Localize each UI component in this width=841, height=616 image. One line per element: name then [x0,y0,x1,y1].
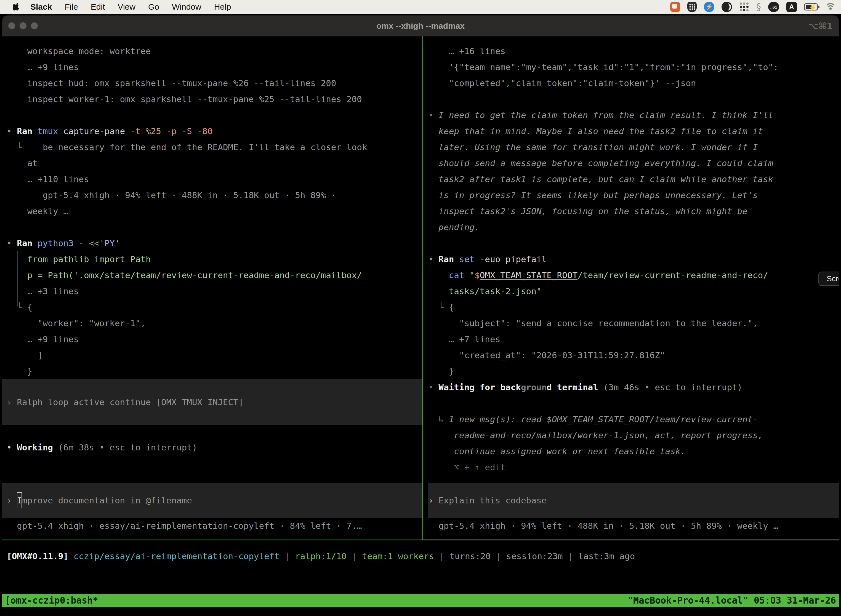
terminal-line: weekly … [2,203,422,219]
menu-item-window[interactable]: Window [172,2,201,12]
terminal-text-segment: • [7,126,17,136]
terminal-line: • Ran set -euo pipefail [424,251,839,267]
tmux-pane-left[interactable]: workspace_mode: worktree … +9 lines insp… [2,37,422,540]
omx-status-line: [OMX#0.11.9] cczip/essay/ai-reimplementa… [2,548,839,564]
prompt-input-row[interactable]: › Improve documentation in @filename [2,483,422,518]
terminal-line: gpt-5.4 xhigh · essay/ai-reimplementatio… [2,518,422,534]
terminal-text-segment: … +9 lines [7,62,79,72]
terminal-text-segment: %25 [146,126,166,136]
terminal-line: • I need to get the claim token from the… [424,107,839,123]
terminal-text-segment: } [428,366,454,376]
terminal-text-segment: inspect task2's JSON, focusing on the st… [428,206,747,216]
menu-item-file[interactable]: File [64,2,78,12]
terminal-text-segment: … +110 lines [7,174,89,184]
terminal-text-segment: | [347,551,362,561]
wifi-icon[interactable] [825,3,836,11]
terminal-line: tasks/task-2.json" [424,283,839,299]
browser-swoosh-icon[interactable] [722,1,732,12]
tmux-pane-right[interactable]: … +16 lines '{"team_name":"my-team","tas… [424,37,839,540]
terminal-line: … +110 lines [2,171,422,187]
terminal-line: is in progress? It seems likely but perh… [424,187,839,203]
highlighted-status-row[interactable]: › Ralph loop active continue [OMX_TMUX_I… [2,379,422,425]
terminal-blank-line [2,107,422,123]
terminal-text-segment: Waiting for back [438,382,521,392]
terminal-line: "created_at": "2026-03-31T11:59:27.816Z" [424,347,839,363]
active-app-name[interactable]: Slack [30,2,52,12]
terminal-text-segment: session:23m [506,551,563,561]
dot-grid-icon[interactable] [739,2,749,12]
apple-logo-icon[interactable] [13,3,20,11]
terminal-text-segment: "subject": "send a concise recommendatio… [428,318,757,328]
terminal-text-segment: › [7,492,17,508]
terminal-text-segment: turns:20 [450,551,491,561]
terminal-text-segment: | [280,551,295,561]
pane-divider[interactable] [422,37,423,540]
terminal-text-segment: • [428,382,438,392]
terminal-text-segment: cczip/essay/ai-reimplementation-copyleft [74,551,280,561]
terminal-text-segment: capture-pane [63,126,130,136]
input-source-icon[interactable]: A [786,1,797,12]
terminal-text-segment: workspace_mode: worktree [7,46,151,56]
terminal-text-segment: continue assigned work or next feasible … [428,446,686,456]
terminal-blank-line [2,455,422,483]
omx-hud-pane: [OMX#0.11.9] cczip/essay/ai-reimplementa… [2,540,839,594]
terminal-text-segment: • [7,442,17,452]
terminal-line: gpt-5.4 xhigh · 94% left · 488K in · 5.1… [424,518,839,534]
messenger-bolt-icon[interactable]: ⚡ [704,1,714,12]
terminal-line: └ { [2,299,422,315]
chat-app-icon[interactable] [670,2,680,12]
terminal-line: inspect_hud: omx sparkshell --tmux-pane … [2,75,422,91]
terminal-text-segment: << [89,238,99,248]
menu-item-edit[interactable]: Edit [91,2,105,12]
terminal-text-segment: $ [475,270,480,280]
screen-tooltip: Scre [818,271,839,286]
terminal-text-segment: tmux [38,126,63,136]
shield-grid-icon[interactable] [687,1,697,12]
terminal-text-segment: • [428,110,438,120]
terminal-text-segment: last:3m ago [578,551,635,561]
tmux-host-clock-label: "MacBook-Pro-44.local" 05:03 31-Mar-26 [628,594,836,607]
terminal-line: task2 after task1 is complete, but can I… [424,171,839,187]
terminal-text-segment: later. Using the same for transition mig… [428,142,757,152]
menu-item-view[interactable]: View [117,2,135,12]
terminal-blank-line [424,91,839,107]
battery-charging-icon[interactable]: ⚡ [804,3,818,10]
terminal-line: from pathlib import Path [2,251,422,267]
terminal-line: ] [2,347,422,363]
terminal-line: keep that in mind. Maybe I also need the… [424,123,839,139]
terminal-text-segment: '{"team_name":"my-team","task_id":"1","f… [428,62,778,72]
terminal-text-segment: should send a message before completing … [428,158,773,168]
terminal-line: • Ran python3 - <<'PY' [2,235,422,251]
terminal-line: "subject": "send a concise recommendatio… [424,315,839,331]
terminal-line: } [2,363,422,379]
tmux-session-label[interactable]: [omx-cczip0:bash* [5,594,98,607]
terminal-line: pending. [424,219,839,235]
terminal-text-segment: d terminal [547,382,603,392]
terminal-text-segment: /team/review-current-readme-and-reco/ [577,270,768,280]
window-titlebar[interactable]: omx --xhigh --madmax ⌥⌘1 [2,15,839,37]
squiggle-icon[interactable]: § [756,1,761,12]
terminal-line: at [2,155,422,171]
terminal-line: should send a message before completing … [424,155,839,171]
terminal-text-segment: ↳ [428,414,449,424]
terminal-text-segment: › [7,394,17,410]
terminal-text-segment: Ran [438,254,459,264]
terminal-text-segment: "worker": "worker-1", [7,318,146,328]
terminal-text-segment: | [563,551,578,561]
terminal-text-segment: mprove documentation in @filename [22,492,192,508]
badge-61-icon[interactable]: ..61 [768,1,779,12]
tmux-status-bar: [omx-cczip0:bash* "MacBook-Pro-44.local"… [2,594,839,607]
indent-guide [444,267,444,307]
terminal-text-segment: weekly … [7,206,69,216]
terminal-text-segment: "completed","claim_token":"claim-token"}… [428,78,696,88]
window-shortcut-badge: ⌥⌘1 [808,15,833,37]
menu-item-help[interactable]: Help [214,2,231,12]
terminal-line: … +16 lines [424,43,839,59]
terminal-text-segment: tasks/task-2.json" [428,286,542,296]
terminal-text-segment: … +7 lines [428,334,500,344]
prompt-input-row[interactable]: › Explain this codebase [428,483,839,518]
menu-item-go[interactable]: Go [148,2,159,12]
terminal-line: "worker": "worker-1", [2,315,422,331]
terminal-text-segment: readme-and-reco/mailbox/worker-1.json, a… [428,430,763,440]
terminal-line: … +9 lines [2,59,422,75]
